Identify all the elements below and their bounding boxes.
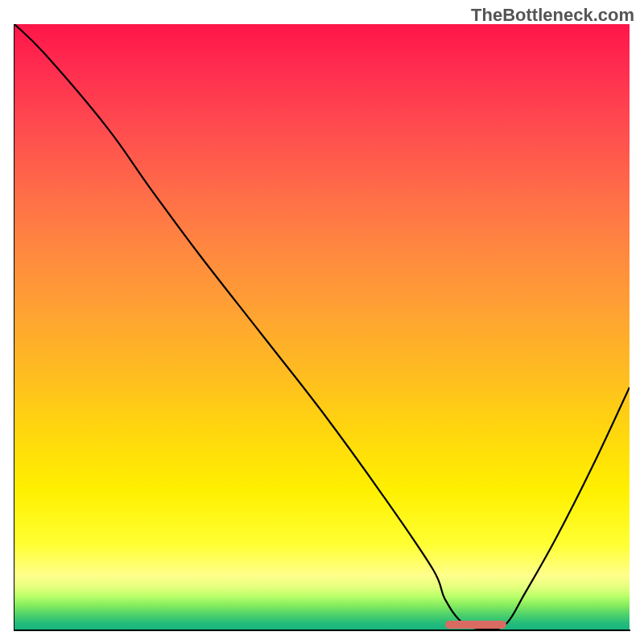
chart-container xyxy=(14,24,630,630)
watermark-text: TheBottleneck.com xyxy=(471,5,634,26)
optimal-range-marker xyxy=(445,621,506,629)
x-axis-line xyxy=(14,630,630,631)
bottleneck-curve xyxy=(14,24,630,630)
plot-gradient-background xyxy=(14,24,630,630)
